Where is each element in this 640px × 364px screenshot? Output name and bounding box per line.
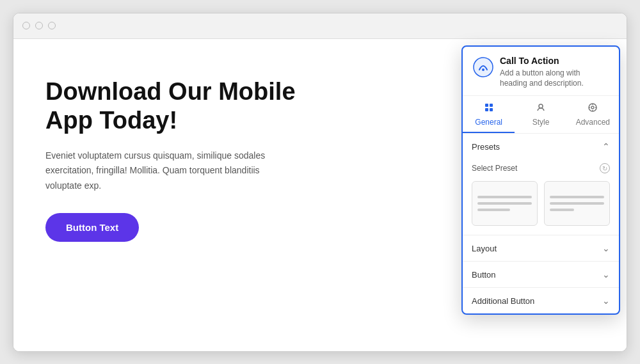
presets-section: Presets ⌃ Select Preset ↻ xyxy=(463,134,619,235)
panel-body: Presets ⌃ Select Preset ↻ xyxy=(463,134,619,313)
browser-content: Download Our Mobile App Today! Eveniet v… xyxy=(13,39,627,351)
button-section[interactable]: Button ⌄ xyxy=(463,262,619,288)
presets-chevron-up: ⌃ xyxy=(602,141,610,152)
tab-advanced[interactable]: Advanced xyxy=(567,96,619,133)
tab-style[interactable]: Style xyxy=(515,96,566,133)
additional-button-label: Additional Button xyxy=(472,296,534,306)
svg-point-6 xyxy=(539,104,543,108)
browser-dot-3 xyxy=(48,22,56,29)
presets-label: Presets xyxy=(472,142,500,152)
svg-point-8 xyxy=(591,106,594,109)
presets-section-header[interactable]: Presets ⌃ xyxy=(463,134,619,159)
select-preset-label: Select Preset xyxy=(472,164,517,173)
svg-point-0 xyxy=(474,58,493,77)
button-section-label: Button xyxy=(472,270,496,280)
tab-general-label: General xyxy=(475,118,502,127)
additional-button-chevron: ⌄ xyxy=(602,296,610,306)
svg-rect-3 xyxy=(490,104,493,107)
browser-bar xyxy=(13,13,627,39)
panel-subtitle: Add a button along with heading and desc… xyxy=(500,68,609,90)
layout-chevron: ⌄ xyxy=(602,243,610,253)
preset-line-short xyxy=(477,209,510,211)
preset-line xyxy=(550,196,604,198)
additional-button-section[interactable]: Additional Button ⌄ xyxy=(463,288,619,313)
settings-panel: Call To Action Add a button along with h… xyxy=(461,45,620,315)
general-tab-icon xyxy=(484,102,494,115)
button-chevron: ⌄ xyxy=(602,269,610,280)
tab-advanced-label: Advanced xyxy=(576,118,610,127)
svg-rect-4 xyxy=(485,108,488,111)
panel-tabs: General Style xyxy=(463,96,619,134)
layout-label: Layout xyxy=(472,244,497,253)
presets-content: Select Preset ↻ xyxy=(463,159,619,235)
panel-header: Call To Action Add a button along with h… xyxy=(463,47,619,97)
panel-header-text: Call To Action Add a button along with h… xyxy=(500,56,609,90)
page-description: Eveniet voluptatem cursus quisquam, simi… xyxy=(45,148,276,194)
preset-card-2[interactable] xyxy=(544,181,610,226)
preset-cards xyxy=(472,181,610,226)
preset-card-1[interactable] xyxy=(472,181,538,226)
svg-rect-5 xyxy=(490,108,493,111)
preset-line xyxy=(477,196,532,198)
svg-rect-2 xyxy=(485,104,488,107)
browser-dot-2 xyxy=(35,22,43,29)
select-preset-icon: ↻ xyxy=(600,163,610,173)
cta-button[interactable]: Button Text xyxy=(45,213,139,242)
advanced-tab-icon xyxy=(588,102,598,115)
tab-general[interactable]: General xyxy=(463,96,515,133)
call-to-action-icon xyxy=(473,57,493,77)
preset-line-shorter xyxy=(550,209,574,211)
tab-style-label: Style xyxy=(532,118,550,127)
browser-dot-1 xyxy=(22,22,30,29)
style-tab-icon xyxy=(536,102,546,115)
svg-point-1 xyxy=(482,68,484,71)
preset-line xyxy=(550,202,604,205)
layout-section[interactable]: Layout ⌄ xyxy=(463,235,619,262)
select-preset-row: Select Preset ↻ xyxy=(472,159,610,181)
panel-title: Call To Action xyxy=(500,56,609,66)
browser-window: Download Our Mobile App Today! Eveniet v… xyxy=(13,13,627,352)
preset-line xyxy=(477,202,532,205)
page-heading: Download Our Mobile App Today! xyxy=(45,77,301,136)
